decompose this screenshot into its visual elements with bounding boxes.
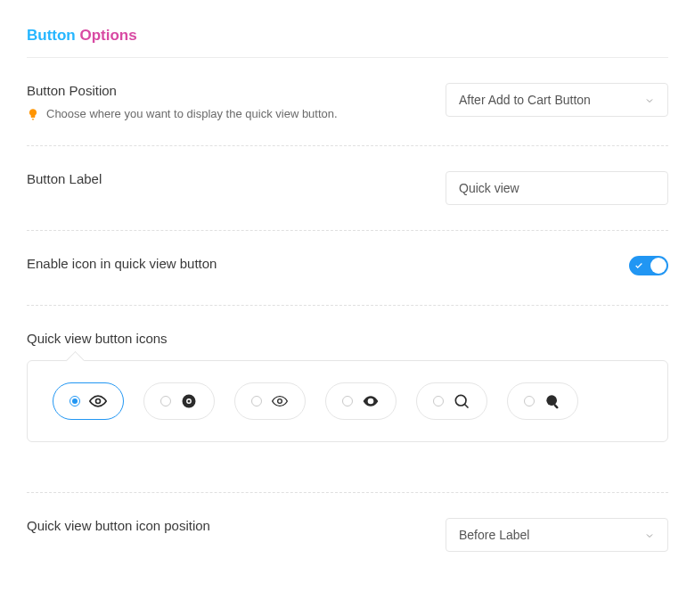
section-title-part-a: Button <box>27 27 79 44</box>
row-button-label: Button Label <box>27 171 668 231</box>
button-label-label: Button Label <box>27 171 428 186</box>
row-left: Button Label <box>27 171 446 195</box>
icon-option-eye-outline[interactable] <box>53 382 124 420</box>
eye-solid-icon <box>362 392 380 410</box>
row-left: Enable icon in quick view button <box>27 256 446 280</box>
row-enable-icon: Enable icon in quick view button <box>27 256 668 306</box>
toggle-knob <box>650 258 666 274</box>
radio-icon <box>160 396 171 407</box>
button-position-hint-text: Choose where you want to display the qui… <box>46 107 338 120</box>
icon-option-eye-outline-thin[interactable] <box>234 382 306 420</box>
icon-position-selected: Before Label <box>459 528 529 542</box>
row-button-icons: Quick view button icons <box>27 331 668 493</box>
svg-point-5 <box>369 399 372 402</box>
row-right <box>446 256 668 275</box>
radio-icon <box>342 396 353 407</box>
row-right <box>446 171 668 205</box>
row-icon-position: Quick view button icon position Before L… <box>27 518 668 552</box>
magnify-solid-icon <box>544 392 561 410</box>
icon-option-eye-solid[interactable] <box>325 382 397 420</box>
row-left: Quick view button icon position <box>27 518 446 542</box>
svg-point-3 <box>188 400 191 403</box>
eye-outline-icon <box>89 392 107 410</box>
row-right: After Add to Cart Button <box>446 83 668 117</box>
section-title: Button Options <box>27 27 668 58</box>
button-position-hint: Choose where you want to display the qui… <box>27 107 428 120</box>
svg-point-0 <box>96 399 101 404</box>
radio-icon <box>70 396 80 407</box>
icons-panel <box>27 360 668 442</box>
radio-icon <box>433 396 444 407</box>
check-icon <box>634 261 643 270</box>
section-title-part-b: Options <box>79 27 136 44</box>
svg-point-4 <box>278 399 282 404</box>
button-position-label: Button Position <box>27 83 428 98</box>
eye-outline-thin-icon <box>271 392 289 410</box>
enable-icon-label: Enable icon in quick view button <box>27 256 428 271</box>
lightbulb-icon <box>27 108 39 120</box>
button-icons-label: Quick view button icons <box>27 331 668 346</box>
chevron-down-icon <box>644 530 655 540</box>
button-position-selected: After Add to Cart Button <box>459 93 591 107</box>
magnify-outline-icon <box>453 392 470 410</box>
eye-solid-circle-icon <box>180 392 198 410</box>
row-left: Button Position Choose where you want to… <box>27 83 446 120</box>
button-position-select[interactable]: After Add to Cart Button <box>446 83 668 117</box>
radio-icon <box>524 396 535 407</box>
radio-icon <box>251 396 262 407</box>
button-label-input[interactable] <box>446 171 668 205</box>
svg-point-6 <box>455 395 466 406</box>
enable-icon-toggle[interactable] <box>629 256 668 275</box>
svg-point-8 <box>546 395 557 406</box>
icon-position-label: Quick view button icon position <box>27 518 428 533</box>
icon-option-magnify-outline[interactable] <box>416 382 487 420</box>
icon-option-magnify-solid[interactable] <box>507 382 578 420</box>
icon-position-select[interactable]: Before Label <box>446 518 668 552</box>
svg-line-7 <box>465 405 469 408</box>
chevron-down-icon <box>644 94 655 105</box>
row-right: Before Label <box>446 518 668 552</box>
icon-option-eye-solid-circle[interactable] <box>143 382 215 420</box>
row-button-position: Button Position Choose where you want to… <box>27 83 668 146</box>
